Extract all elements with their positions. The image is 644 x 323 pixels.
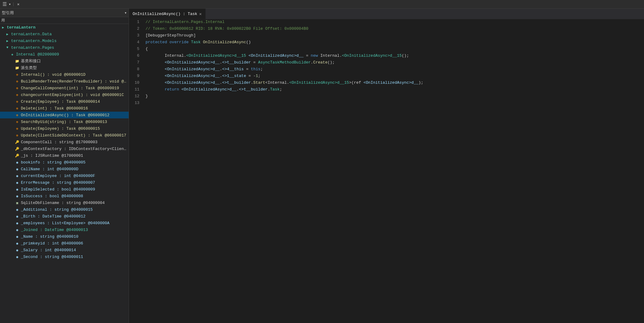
field-bookinfo[interactable]: ◉ bookinfo : string @04000005 <box>0 159 129 166</box>
member-oninitializedasync[interactable]: ⊕ OnInitializedAsync() : Task @06000012 <box>0 112 129 118</box>
field-second[interactable]: ◉ _Second : string @04000011 <box>0 253 129 260</box>
method-icon: ⊕ <box>15 113 20 117</box>
key-icon: 🔑 <box>15 140 20 144</box>
base-interfaces[interactable]: 📁 基类和接口 <box>0 58 129 64</box>
derived-types[interactable]: 📁 派生类型 <box>0 64 129 71</box>
member-label: Delete(int) : Task @06000016 <box>21 106 88 111</box>
ns-pages-icon: ▼ <box>5 45 10 50</box>
member-delete[interactable]: ⊕ Delete(int) : Task @06000016 <box>0 105 129 112</box>
field-salary[interactable]: ◉ _Salary : int @04000014 <box>0 247 129 253</box>
line-content: { <box>144 46 644 53</box>
member-update-context[interactable]: ⊕ Update(ClientSideDbContext) : Task @06… <box>0 132 129 139</box>
enum-icon: ▣ <box>15 200 20 205</box>
base-interfaces-label: 基类和接口 <box>21 58 41 64</box>
header-chevron[interactable]: ▾ <box>124 10 127 15</box>
left-panel-header: 型引用 ▾ <box>0 9 129 17</box>
method-icon: ⊕ <box>15 92 20 97</box>
member-internal-ctor[interactable]: ⊕ Internal() : void @0600001D <box>0 71 129 78</box>
key-icon: 🔑 <box>15 146 20 151</box>
ns-data[interactable]: ▶ ternaLantern.Data <box>0 31 129 37</box>
field-additional[interactable]: ◉ _Additional : string @04000015 <box>0 206 129 213</box>
ns-data-icon: ▶ <box>5 32 10 37</box>
member-label: BuildRenderTree(RenderTreeBuilder) : voi… <box>21 79 127 84</box>
field-callname[interactable]: ◉ CallName : int @0400000D <box>0 166 129 172</box>
field-sqlitedbfilename[interactable]: ▣ SqliteDbFilename : string @04000004 <box>0 199 129 206</box>
field-icon: ◉ <box>15 207 20 212</box>
field-label: ComponentCall : string @17000003 <box>21 140 98 144</box>
code-line-2: 2 // Token: 0x06000012 RID: 18 RVA: 0x00… <box>129 26 644 33</box>
field-icon: ◉ <box>15 227 20 232</box>
left-panel: 型引用 ▾ 用 ▶ ternaLantern ▶ ternaLantern.Da… <box>0 9 129 323</box>
ns-models-icon: ▶ <box>5 38 10 43</box>
field-label: ErrorMessage : string @04000007 <box>21 180 95 185</box>
derived-types-label: 派生类型 <box>21 65 37 71</box>
field-joined[interactable]: ◉ _Joined : DateTime @04000013 <box>0 226 129 233</box>
member-searchbyuid[interactable]: ⊕ SearchByUid(string) : Task @06000013 <box>0 118 129 125</box>
field-label: IsSuccess : bool @04000008 <box>21 194 83 198</box>
code-line-11: 11 return <OnInitializedAsync>d__.<>t__b… <box>129 87 644 94</box>
method-icon: ⊕ <box>15 86 20 90</box>
field-errormessage[interactable]: ◉ ErrorMessage : string @04000007 <box>0 179 129 186</box>
field-label: _Joined : DateTime @04000013 <box>21 228 88 232</box>
field-label: bookinfo : string @04000005 <box>21 160 86 165</box>
member-label: OnInitializedAsync() : Task @06000012 <box>21 113 110 117</box>
line-num: 9 <box>129 73 144 80</box>
line-content: [DebuggerStepThrough] <box>144 33 644 40</box>
code-line-13: 13 <box>129 100 644 107</box>
field-label: _Second : string @04000011 <box>21 255 83 259</box>
field-issuccess[interactable]: ◉ IsSuccess : bool @04000008 <box>0 193 129 199</box>
field-js[interactable]: 🔑 _js : IJSRuntime @17000001 <box>0 152 129 159</box>
tab-close-button[interactable]: ✕ <box>199 11 202 17</box>
line-num: 11 <box>129 87 144 94</box>
field-dbcontextfactory[interactable]: 🔑 _dbContextFactory : IDbContextFactory<… <box>0 145 129 152</box>
field-name[interactable]: ◉ _Name : string @04000010 <box>0 233 129 240</box>
field-birth[interactable]: ◉ _Birth : DateTime @04000012 <box>0 213 129 220</box>
chevron-icon[interactable]: ▾ <box>9 2 11 7</box>
member-changecall[interactable]: ⊕ ChangeCallComponent(int) : Task @06000… <box>0 85 129 91</box>
derived-icon: 📁 <box>15 65 20 70</box>
code-line-7: 7 <OnInitializedAsync>d__.<>t__builder =… <box>129 60 644 67</box>
member-label: Update(ClientSideDbContext) : Task @0600… <box>21 133 126 138</box>
field-icon: ◉ <box>15 160 20 165</box>
ns-root[interactable]: ▶ ternaLantern <box>0 24 129 31</box>
tab-oninitializedasync[interactable]: OnInitializedAsync() : Task ✕ <box>129 9 206 19</box>
field-componentcall[interactable]: 🔑 ComponentCall : string @17000003 <box>0 139 129 145</box>
field-icon: ◉ <box>15 241 20 246</box>
method-icon: ⊕ <box>15 119 20 124</box>
method-icon: ⊕ <box>15 72 20 77</box>
close-icon[interactable]: ✕ <box>17 2 20 7</box>
member-update-employee[interactable]: ⊕ Update(Employee) : Task @06000015 <box>0 125 129 132</box>
method-icon: ⊕ <box>15 99 20 104</box>
member-buildrendertree[interactable]: ⊕ BuildRenderTree(RenderTreeBuilder) : v… <box>0 78 129 85</box>
code-line-12: 12 } <box>129 94 644 100</box>
filter-label: 型引用 <box>2 10 14 16</box>
line-num: 12 <box>129 94 144 100</box>
ns-models[interactable]: ▶ ternaLantern.Models <box>0 37 129 44</box>
member-create[interactable]: ⊕ Create(Employee) : Task @06000014 <box>0 98 129 105</box>
code-line-6: 6 Internal.<OnInitializedAsync>d__15 <On… <box>129 53 644 60</box>
menu-icon[interactable]: ☰ <box>2 1 7 7</box>
field-isemplselected[interactable]: ◉ IsEmplSelected : bool @04000009 <box>0 186 129 193</box>
line-num: 1 <box>129 19 144 26</box>
editor-area[interactable]: 1 // InternalLantern.Pages.Internal 2 //… <box>129 19 644 323</box>
class-internal[interactable]: ◈ Internal @02000009 <box>0 51 129 58</box>
field-primkeyid[interactable]: ◉ _primkeyid : int @04000006 <box>0 240 129 247</box>
tab-bar: OnInitializedAsync() : Task ✕ <box>129 9 644 19</box>
field-employees[interactable]: ◉ _employees : List<Employee> @0400000A <box>0 220 129 226</box>
member-label: Update(Employee) : Task @06000015 <box>21 126 100 131</box>
right-panel: OnInitializedAsync() : Task ✕ 1 // Inter… <box>129 9 644 323</box>
field-label: CallName : int @0400000D <box>21 167 78 171</box>
method-icon: ⊕ <box>15 126 20 131</box>
line-content: <OnInitializedAsync>d__.<>t__builder = A… <box>144 60 644 67</box>
line-content: <OnInitializedAsync>d__.<>4__this = this… <box>144 67 644 73</box>
member-label: Create(Employee) : Task @06000014 <box>21 99 100 104</box>
line-content: <OnInitializedAsync>d__.<>1__state = -1; <box>144 73 644 80</box>
line-content: // Token: 0x06000012 RID: 18 RVA: 0x0000… <box>144 26 644 33</box>
line-num: 10 <box>129 80 144 87</box>
member-changecurrent[interactable]: ⊕ changecurrentEmployee(int) : void @060… <box>0 91 129 98</box>
ns-icon: ▶ <box>1 25 6 30</box>
line-num: 8 <box>129 67 144 73</box>
field-currentemployee[interactable]: ◉ currentEmployee : int @0400000F <box>0 172 129 179</box>
left-tree[interactable]: ▶ ternaLantern ▶ ternaLantern.Data ▶ ter… <box>0 24 129 323</box>
ns-pages[interactable]: ▼ ternaLantern.Pages <box>0 44 129 51</box>
